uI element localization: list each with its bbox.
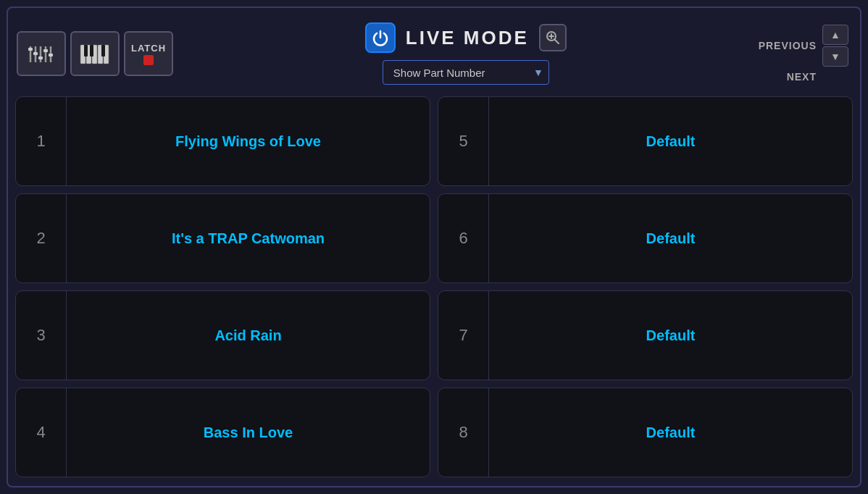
nav-arrows: ▲ ▼ [822,25,848,67]
slot-label-5: Default [489,133,852,150]
grid-slot-5[interactable]: 5 Default [438,96,853,186]
slot-number-5: 5 [438,97,489,185]
piano-icon [80,42,110,65]
latch-button[interactable]: LATCH [124,31,173,76]
top-controls: LIVE MODE [365,22,567,53]
slot-number-8: 8 [438,388,489,477]
part-number-select[interactable]: Show Part Number Show Part Name Show Bot… [383,60,549,85]
slot-label-2: It's a TRAP Catwoman [67,230,430,247]
svg-rect-7 [38,56,43,59]
toolbar-left: LATCH [17,31,173,76]
svg-rect-9 [49,54,53,56]
slot-number-7: 7 [438,291,489,380]
next-row: NEXT [787,71,817,83]
zoom-icon [545,30,561,46]
slot-label-8: Default [489,424,852,441]
song-grid: 1 Flying Wings of Love 5 Default 2 It's … [14,93,854,480]
svg-rect-6 [33,52,38,55]
next-label: NEXT [787,71,817,83]
svg-rect-17 [101,45,105,56]
svg-rect-8 [43,49,48,52]
slot-number-2: 2 [16,194,67,282]
mixer-button[interactable] [17,31,66,76]
grid-slot-2[interactable]: 2 It's a TRAP Catwoman [15,193,430,283]
svg-rect-5 [28,48,33,51]
live-mode-title: LIVE MODE [406,27,529,49]
mixer-sliders-icon [28,42,55,65]
header: LATCH LIVE MODE [14,14,854,93]
zoom-button[interactable] [539,24,567,51]
previous-row: PREVIOUS ▲ ▼ [759,25,848,67]
header-right: PREVIOUS ▲ ▼ NEXT [759,25,851,83]
svg-rect-15 [84,45,88,56]
slot-label-6: Default [489,230,852,247]
latch-indicator [143,55,154,65]
app-container: LATCH LIVE MODE [7,7,861,487]
slot-number-4: 4 [16,388,67,477]
piano-button[interactable] [70,31,120,76]
grid-slot-4[interactable]: 4 Bass In Love [15,388,430,477]
svg-rect-16 [90,45,93,56]
previous-button[interactable]: ▲ [822,25,848,45]
next-button[interactable]: ▼ [822,46,848,67]
slot-number-6: 6 [438,194,489,282]
grid-slot-6[interactable]: 6 Default [438,193,853,283]
dropdown-wrapper: Show Part Number Show Part Name Show Bot… [383,60,549,85]
power-button[interactable] [365,22,396,53]
slot-label-7: Default [489,327,852,344]
slot-number-3: 3 [16,291,67,380]
svg-line-19 [554,40,559,44]
grid-slot-8[interactable]: 8 Default [438,388,853,477]
previous-label: PREVIOUS [759,40,817,51]
grid-slot-7[interactable]: 7 Default [438,290,853,380]
grid-slot-1[interactable]: 1 Flying Wings of Love [15,96,430,186]
power-icon [372,29,389,46]
slot-number-1: 1 [16,97,67,185]
header-center: LIVE MODE Show Part Number Show Part Nam… [180,22,751,85]
grid-slot-3[interactable]: 3 Acid Rain [15,290,430,380]
slot-label-1: Flying Wings of Love [67,133,430,150]
slot-label-4: Bass In Love [67,424,430,441]
slot-label-3: Acid Rain [67,327,430,344]
latch-label: LATCH [131,43,166,54]
